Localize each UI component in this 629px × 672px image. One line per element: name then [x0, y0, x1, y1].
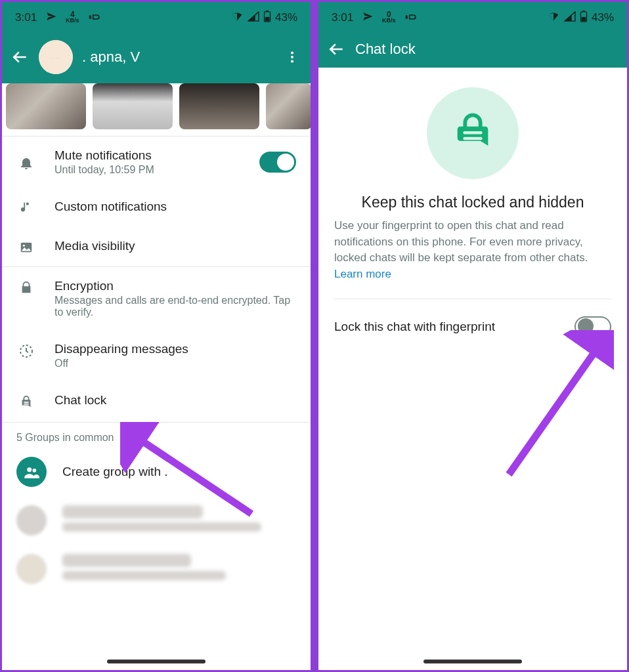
- image-icon: [16, 239, 36, 255]
- media-thumb[interactable]: [6, 83, 86, 129]
- disappearing-title: Disappearing messages: [54, 342, 296, 356]
- custom-notifications-row[interactable]: Custom notifications: [2, 188, 311, 227]
- signal-icon: [248, 11, 259, 25]
- create-group-label: Create group with .: [62, 465, 168, 479]
- group-item-blurred[interactable]: [2, 545, 311, 593]
- contact-avatar[interactable]: · · · · · ·: [39, 40, 73, 74]
- more-menu-button[interactable]: [283, 48, 301, 66]
- media-thumb[interactable]: [93, 83, 173, 129]
- fingerprint-lock-row[interactable]: Lock this chat with fingerprint: [318, 299, 627, 354]
- chat-lock-icon: [16, 393, 36, 410]
- svg-rect-2: [266, 10, 269, 12]
- chat-lock-label: Chat lock: [54, 393, 296, 408]
- battery-percent: 43%: [275, 11, 297, 24]
- svg-rect-0: [89, 15, 91, 19]
- chat-lock-row[interactable]: Chat lock: [2, 381, 311, 422]
- music-note-icon: [16, 200, 36, 215]
- app-bar: · · · · · · . apna, V: [2, 33, 311, 83]
- disappearing-subtitle: Off: [54, 358, 296, 369]
- svg-point-14: [27, 467, 32, 472]
- voicemail-icon: [89, 11, 100, 24]
- telegram-icon: [46, 11, 56, 25]
- nav-pill[interactable]: [423, 660, 522, 663]
- battery-icon: [580, 10, 588, 26]
- media-visibility-row[interactable]: Media visibility: [2, 227, 311, 266]
- fingerprint-lock-toggle[interactable]: [575, 316, 611, 337]
- back-button[interactable]: [328, 40, 346, 58]
- clock: 3:01: [15, 11, 37, 24]
- learn-more-link[interactable]: Learn more: [334, 268, 391, 280]
- bell-icon: [16, 154, 36, 171]
- svg-rect-19: [582, 10, 585, 12]
- svg-rect-3: [265, 16, 270, 20]
- lock-hero-title: Keep this chat locked and hidden: [362, 194, 584, 211]
- svg-line-23: [509, 343, 601, 474]
- mute-toggle[interactable]: [259, 152, 296, 173]
- mute-subtitle: Until today, 10:59 PM: [54, 164, 241, 176]
- custom-notif-label: Custom notifications: [54, 200, 296, 214]
- status-bar: 3:01 4 KB/s 43%: [2, 2, 311, 33]
- svg-text:· · · · · ·: · · · · · ·: [51, 56, 60, 60]
- chat-lock-screen: 3:01 0 KB/s 43%: [316, 0, 629, 672]
- encryption-title: Encryption: [54, 279, 296, 293]
- mute-notifications-row[interactable]: Mute notifications Until today, 10:59 PM: [2, 136, 311, 188]
- create-group-icon: [16, 457, 47, 487]
- battery-percent: 43%: [592, 11, 614, 24]
- media-thumbnails[interactable]: [2, 83, 311, 136]
- media-thumb[interactable]: [266, 83, 311, 129]
- svg-rect-20: [582, 16, 586, 20]
- lock-hero: Keep this chat locked and hidden: [318, 68, 627, 211]
- screen-title: Chat lock: [355, 41, 618, 58]
- wifi-icon: [230, 11, 244, 25]
- groups-subheader: 5 Groups in common: [2, 423, 311, 448]
- battery-icon: [263, 10, 271, 26]
- clock: 3:01: [332, 11, 353, 24]
- svg-rect-21: [463, 131, 482, 134]
- netspeed-indicator: 0 KB/s: [382, 12, 396, 24]
- svg-rect-22: [463, 137, 482, 140]
- disappearing-messages-row[interactable]: Disappearing messages Off: [2, 330, 311, 381]
- app-bar: Chat lock: [318, 33, 627, 68]
- media-thumb[interactable]: [179, 83, 259, 129]
- signal-icon: [564, 11, 576, 25]
- svg-rect-13: [24, 404, 28, 405]
- contact-info-screen: 3:01 4 KB/s 43%: [0, 0, 313, 672]
- netspeed-indicator: 4 KB/s: [66, 12, 79, 24]
- encryption-subtitle: Messages and calls are end-to-end encryp…: [54, 295, 296, 318]
- svg-point-15: [33, 469, 37, 472]
- mute-title: Mute notifications: [54, 148, 241, 163]
- nav-pill[interactable]: [107, 660, 206, 663]
- status-bar: 3:01 0 KB/s 43%: [318, 2, 627, 33]
- back-button[interactable]: [11, 48, 30, 66]
- svg-rect-12: [24, 402, 28, 403]
- svg-point-7: [291, 56, 293, 58]
- create-group-row[interactable]: Create group with .: [2, 448, 311, 496]
- fingerprint-lock-label: Lock this chat with fingerprint: [334, 320, 495, 334]
- encryption-row[interactable]: Encryption Messages and calls are end-to…: [2, 267, 311, 330]
- svg-rect-17: [405, 15, 407, 19]
- svg-point-10: [23, 245, 25, 247]
- lock-icon: [16, 279, 36, 295]
- voicemail-icon: [405, 11, 417, 24]
- contact-name[interactable]: . apna, V: [82, 49, 274, 66]
- timer-icon: [16, 342, 36, 359]
- telegram-icon: [362, 11, 373, 25]
- group-item-blurred[interactable]: [2, 496, 311, 545]
- media-visibility-label: Media visibility: [54, 239, 296, 253]
- lock-hero-icon: [427, 87, 519, 179]
- wifi-icon: [547, 11, 560, 25]
- svg-point-6: [291, 52, 293, 54]
- svg-point-8: [291, 60, 293, 62]
- lock-description: Use your fingerprint to open this chat a…: [318, 211, 627, 283]
